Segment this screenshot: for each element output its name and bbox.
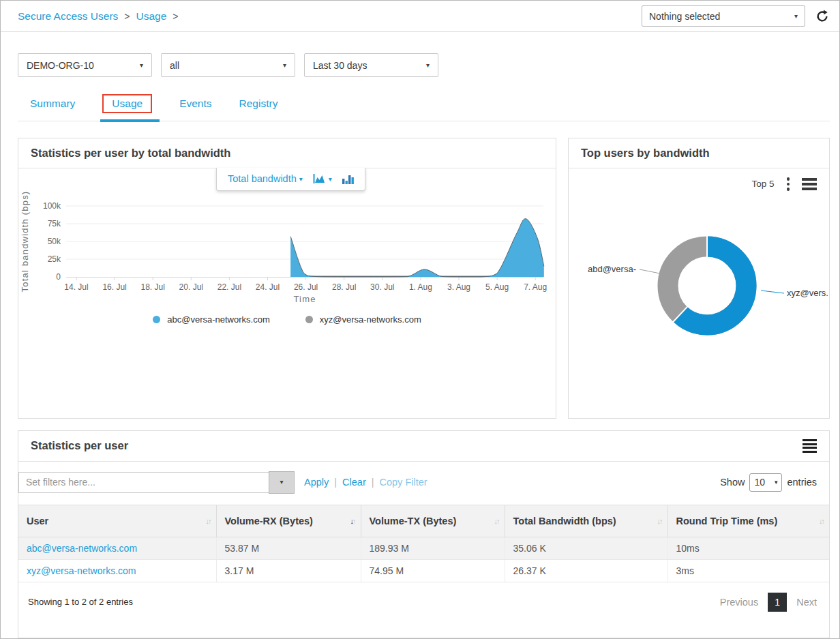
svg-text:24. Jul: 24. Jul <box>256 282 280 292</box>
link-separator: | <box>334 477 337 488</box>
scope-select[interactable]: all ▾ <box>161 53 295 77</box>
svg-text:7. Aug: 7. Aug <box>524 282 547 292</box>
legend-label: xyz@versa-networks.com <box>320 314 421 325</box>
svg-text:22. Jul: 22. Jul <box>217 282 241 292</box>
table-filter-row: ▾ Apply | Clear | Copy Filter Show 10 ▾ … <box>18 462 829 502</box>
next-page-button[interactable]: Next <box>796 597 817 608</box>
tab-usage[interactable]: Usage <box>112 98 142 109</box>
chevron-down-icon: ▾ <box>299 175 303 183</box>
legend-dot-gray <box>305 316 313 323</box>
chevron-down-icon: ▾ <box>140 62 143 69</box>
column-header-round-trip-time[interactable]: Round Trip Time (ms) ↓↑ <box>668 505 829 537</box>
table-header-row: User ↓↑ Volume-RX (Bytes) ↓↑ Volume-TX (… <box>18 505 829 537</box>
top-users-panel: Top users by bandwidth Top 5 abd@versa-x… <box>568 138 830 419</box>
svg-text:50k: 50k <box>48 237 61 246</box>
page-number-button[interactable]: 1 <box>768 593 787 612</box>
legend-label: abc@versa-networks.com <box>167 314 269 325</box>
statistics-per-user-panel: Statistics per user ▾ Apply | Clear | Co… <box>18 430 830 638</box>
column-header-volume-rx[interactable]: Volume-RX (Bytes) ↓↑ <box>216 505 361 537</box>
svg-text:5. Aug: 5. Aug <box>485 282 509 292</box>
stats-panel-title: Statistics per user <box>31 439 128 452</box>
chevron-down-icon: ▾ <box>794 13 798 20</box>
chart-type-dropdown[interactable]: ▾ <box>313 174 332 184</box>
clear-filter-link[interactable]: Clear <box>342 477 366 488</box>
cell-volume-tx: 189.93 M <box>361 537 505 559</box>
cell-round-trip-time: 3ms <box>668 559 829 582</box>
svg-text:100k: 100k <box>43 201 61 211</box>
filter-input[interactable] <box>18 472 269 493</box>
page-size-value: 10 <box>754 477 765 488</box>
user-link[interactable]: abc@versa-networks.com <box>27 543 137 554</box>
svg-text:26. Jul: 26. Jul <box>294 282 318 292</box>
kebab-menu-icon[interactable] <box>784 177 793 192</box>
svg-text:25k: 25k <box>48 254 61 264</box>
tab-usage-highlight-box: Usage <box>102 94 152 113</box>
time-range-value: Last 30 days <box>313 60 367 71</box>
org-select[interactable]: DEMO-ORG-10 ▾ <box>18 53 152 77</box>
svg-text:xyz@vers.: xyz@vers. <box>787 288 828 298</box>
bar-chart-toggle[interactable] <box>342 174 354 184</box>
link-separator: | <box>372 477 374 488</box>
top-n-label: Top 5 <box>751 179 774 189</box>
svg-text:28. Jul: 28. Jul <box>332 282 356 292</box>
svg-text:1. Aug: 1. Aug <box>409 282 432 292</box>
sort-icon[interactable]: ↓↑ <box>657 517 662 525</box>
table-menu-icon[interactable] <box>802 439 817 453</box>
column-header-user[interactable]: User ↓↑ <box>18 505 216 537</box>
bar-chart-icon <box>342 174 354 184</box>
chart-legend: abc@versa-networks.com xyz@versa-network… <box>18 314 556 325</box>
table-footer: Showing 1 to 2 of 2 entries Previous 1 N… <box>18 582 829 621</box>
tab-summary[interactable]: Summary <box>30 98 75 110</box>
column-header-volume-tx[interactable]: Volume-TX (Bytes) ↓↑ <box>361 505 505 537</box>
tab-events[interactable]: Events <box>179 98 211 110</box>
metric-dropdown-value: Total bandwidth <box>228 173 297 184</box>
page-size-select[interactable]: 10 ▾ <box>749 473 782 492</box>
sort-icon[interactable]: ↓↑ <box>494 517 499 525</box>
top-bar: Secure Access Users > Usage > Nothing se… <box>1 1 839 32</box>
cell-volume-rx: 3.17 M <box>216 559 361 582</box>
user-link[interactable]: xyz@versa-networks.com <box>27 565 136 576</box>
svg-text:30. Jul: 30. Jul <box>370 282 394 292</box>
org-select-value: DEMO-ORG-10 <box>27 60 94 71</box>
page: Secure Access Users > Usage > Nothing se… <box>0 0 840 639</box>
breadcrumb-separator: > <box>124 11 130 22</box>
sort-icon-active[interactable]: ↓↑ <box>350 517 355 525</box>
previous-page-button[interactable]: Previous <box>720 597 758 608</box>
cell-total-bandwidth: 35.06 K <box>505 537 668 559</box>
area-chart-icon <box>313 174 326 184</box>
tab-bar: Summary Usage Events Registry <box>18 94 830 121</box>
pagination: Previous 1 Next <box>720 593 817 612</box>
show-label: Show <box>720 477 745 488</box>
column-header-total-bandwidth[interactable]: Total Bandwidth (bps) ↓↑ <box>505 505 668 537</box>
sort-icon[interactable]: ↓↑ <box>819 517 824 525</box>
apply-filter-link[interactable]: Apply <box>304 477 329 488</box>
sort-icon[interactable]: ↓↑ <box>206 517 211 525</box>
time-range-select[interactable]: Last 30 days ▾ <box>304 53 438 77</box>
filter-dropdown-button[interactable]: ▾ <box>269 471 295 494</box>
svg-text:abd@versa-: abd@versa- <box>588 264 636 274</box>
legend-item: xyz@versa-networks.com <box>305 314 421 325</box>
svg-text:Time: Time <box>293 294 316 304</box>
copy-filter-link[interactable]: Copy Filter <box>380 477 427 488</box>
showing-entries-text: Showing 1 to 2 of 2 entries <box>28 597 133 607</box>
breadcrumb-secure-access-users[interactable]: Secure Access Users <box>18 10 118 23</box>
breadcrumb-usage[interactable]: Usage <box>136 10 167 23</box>
hamburger-menu-icon[interactable] <box>802 178 817 190</box>
top-users-donut-chart: abd@versa-xyz@vers. <box>569 198 830 383</box>
stats-table: User ↓↑ Volume-RX (Bytes) ↓↑ Volume-TX (… <box>18 505 829 582</box>
chart-toolbar: Total bandwidth ▾ ▾ <box>216 168 365 191</box>
metric-dropdown[interactable]: Total bandwidth ▾ <box>228 173 303 184</box>
tab-registry[interactable]: Registry <box>239 98 278 110</box>
appliance-select[interactable]: Nothing selected ▾ <box>642 5 805 27</box>
bandwidth-statistics-panel: Statistics per user by total bandwidth T… <box>18 138 556 419</box>
cell-round-trip-time: 10ms <box>668 537 829 559</box>
legend-item: abc@versa-networks.com <box>153 314 269 325</box>
svg-text:16. Jul: 16. Jul <box>102 282 126 292</box>
svg-text:3. Aug: 3. Aug <box>447 282 470 292</box>
table-row: abc@versa-networks.com 53.87 M 189.93 M … <box>18 537 829 559</box>
chevron-down-icon: ▾ <box>329 175 332 183</box>
cell-volume-rx: 53.87 M <box>216 537 361 559</box>
scope-select-value: all <box>170 60 179 71</box>
bandwidth-area-chart: 025k50k75k100k14. Jul16. Jul18. Jul20. J… <box>18 192 556 306</box>
refresh-icon[interactable] <box>815 9 830 24</box>
